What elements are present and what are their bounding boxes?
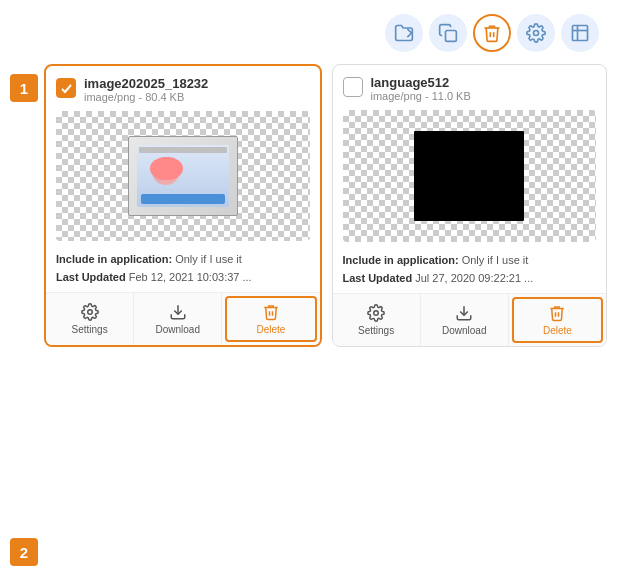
card-2-actions: Settings Download: [333, 293, 607, 346]
card-1-delete-button[interactable]: Delete: [225, 296, 316, 342]
card-1-settings-button[interactable]: Settings: [46, 293, 134, 345]
card-1-include-label: Include in application:: [56, 253, 172, 265]
section-1-row: 1 image202025_18232 image/png - 80.4 KB: [10, 64, 607, 520]
card-2-checkbox[interactable]: [343, 77, 363, 97]
toolbar: [10, 10, 607, 56]
card-1-delete-label: Delete: [256, 324, 285, 335]
card-2-info: Include in application: Only if I use it…: [333, 246, 607, 293]
card-1-header: image202025_18232 image/png - 80.4 KB: [46, 66, 320, 107]
card-2-settings-button[interactable]: Settings: [333, 294, 421, 346]
card-2-include-label: Include in application:: [343, 254, 459, 266]
card-2-image: [414, 131, 524, 221]
svg-point-1: [534, 31, 539, 36]
card-2-updated-label: Last Updated: [343, 272, 413, 284]
settings-button[interactable]: [517, 14, 555, 52]
card-2-delete-button[interactable]: Delete: [512, 297, 603, 343]
asset-card-2: language512 image/png - 11.0 KB Include …: [332, 64, 608, 347]
folder-open-button[interactable]: [385, 14, 423, 52]
svg-rect-2: [573, 26, 588, 41]
card-1-preview: [56, 111, 310, 241]
page-wrapper: 1 image202025_18232 image/png - 80.4 KB: [0, 0, 617, 576]
card-2-updated-value: Jul 27, 2020 09:22:21 ...: [415, 272, 533, 284]
card-1-info: Include in application: Only if I use it…: [46, 245, 320, 292]
card-1-checkbox[interactable]: [56, 78, 76, 98]
card-1-image: [128, 136, 238, 216]
card-1-title: image202025_18232: [84, 76, 310, 91]
svg-point-5: [374, 311, 379, 316]
card-1-download-button[interactable]: Download: [134, 293, 222, 345]
card-2-delete-label: Delete: [543, 325, 572, 336]
card-2-title: language512: [371, 75, 597, 90]
card-1-subtitle: image/png - 80.4 KB: [84, 91, 310, 103]
card-2-download-button[interactable]: Download: [421, 294, 509, 346]
card-1-title-area: image202025_18232 image/png - 80.4 KB: [84, 76, 310, 103]
cards-row: image202025_18232 image/png - 80.4 KB: [44, 64, 607, 347]
card-1-actions: Settings Download: [46, 292, 320, 345]
card-2-subtitle: image/png - 11.0 KB: [371, 90, 597, 102]
svg-rect-0: [446, 31, 457, 42]
step-badge-2: 2: [10, 538, 38, 566]
card-2-title-area: language512 image/png - 11.0 KB: [371, 75, 597, 102]
section-2-row: 2: [10, 528, 607, 566]
card-1-updated-value: Feb 12, 2021 10:03:37 ...: [129, 271, 252, 283]
copy-button[interactable]: [429, 14, 467, 52]
card-2-settings-label: Settings: [358, 325, 394, 336]
asset-card-1: image202025_18232 image/png - 80.4 KB: [44, 64, 322, 347]
delete-button[interactable]: [473, 14, 511, 52]
step-badge-1: 1: [10, 74, 38, 102]
svg-point-3: [87, 310, 92, 315]
card-2-download-label: Download: [442, 325, 486, 336]
card-1-settings-label: Settings: [72, 324, 108, 335]
card-2-include-value: Only if I use it: [462, 254, 529, 266]
card-2-header: language512 image/png - 11.0 KB: [333, 65, 607, 106]
card-1-download-label: Download: [156, 324, 200, 335]
card-1-include-value: Only if I use it: [175, 253, 242, 265]
resize-button[interactable]: [561, 14, 599, 52]
card-1-updated-label: Last Updated: [56, 271, 126, 283]
card-2-preview: [343, 110, 597, 242]
